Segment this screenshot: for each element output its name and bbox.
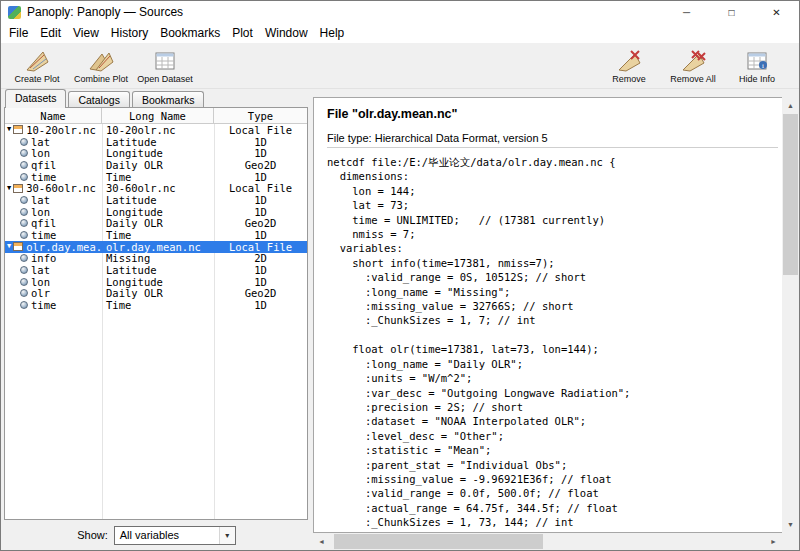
menu-help[interactable]: Help [314, 24, 351, 42]
tree-cell-name: lon [5, 147, 102, 159]
variable-icon [20, 219, 28, 227]
tab-datasets[interactable]: Datasets [5, 89, 66, 108]
tree-row[interactable]: ▼olr.day.mea...olr.day.mean.ncLocal File [5, 241, 307, 253]
info-panel: File "olr.day.mean.nc" File type: Hierar… [313, 97, 782, 533]
horizontal-scrollbar[interactable]: ◄ ► [313, 533, 782, 550]
scroll-down-icon[interactable]: ▼ [782, 516, 799, 533]
variable-icon [20, 266, 28, 274]
remove-button[interactable]: Remove [597, 43, 661, 88]
menu-file[interactable]: File [3, 24, 34, 42]
create-plot-button[interactable]: Create Plot [5, 43, 69, 88]
close-button[interactable]: ✕ [754, 1, 799, 23]
tree-cell-long-name: Longitude [102, 147, 214, 159]
tree-cell-name: time [5, 171, 102, 183]
toolbar-right-group: RemoveRemove AlliHide Info [597, 43, 789, 88]
expand-triangle-icon[interactable]: ▼ [7, 243, 11, 250]
filter-selected-value: All variables [120, 529, 219, 541]
tree-row[interactable]: lonLongitude1D [5, 276, 307, 288]
horizontal-scroll-track[interactable] [330, 533, 765, 550]
tree-cell-name: ▼30-60olr.nc [5, 182, 102, 194]
menu-bar: FileEditViewHistoryBookmarksPlotWindowHe… [1, 23, 799, 43]
window-title: Panoply: Panoply — Sources [27, 5, 183, 19]
vertical-scroll-track[interactable] [782, 114, 799, 516]
tree-name-label: lat [31, 194, 50, 206]
open-dataset-button[interactable]: Open Dataset [133, 43, 197, 88]
tree-name-label: 30-60olr.nc [26, 182, 96, 194]
toolbar-button-label: Combine Plot [74, 74, 128, 84]
toolbar-button-label: Open Dataset [137, 74, 193, 84]
tab-strip: DatasetsCatalogsBookmarks [4, 89, 309, 107]
tree-name-label: time [31, 299, 56, 311]
tree-row[interactable]: latLatitude1D [5, 194, 307, 206]
variable-icon [20, 161, 28, 169]
variable-icon [20, 231, 28, 239]
window-controls: ─ □ ✕ [664, 1, 799, 23]
dataset-icon [13, 184, 23, 193]
combine-plot-icon [88, 48, 114, 74]
vertical-scrollbar[interactable]: ▲ ▼ [782, 97, 799, 533]
tree-row[interactable]: timeTime1D [5, 299, 307, 311]
hide-info-icon: i [745, 48, 769, 74]
tab-catalogs[interactable]: Catalogs [68, 91, 129, 108]
horizontal-scroll-thumb[interactable] [334, 534, 543, 549]
tree-row[interactable]: ▼30-60olr.nc30-60olr.ncLocal File [5, 182, 307, 194]
tree-name-label: olr [31, 287, 50, 299]
tree-row[interactable]: infoMissing2D [5, 253, 307, 265]
tree-row[interactable]: timeTime1D [5, 171, 307, 183]
tree-cell-type: Local File [214, 182, 307, 194]
tree-cell-name: lon [5, 276, 102, 288]
scrollbar-corner [782, 533, 799, 550]
tree-row[interactable]: ▼10-20olr.nc10-20olr.ncLocal File [5, 124, 307, 136]
tree-body[interactable]: ▼10-20olr.nc10-20olr.ncLocal FilelatLati… [5, 124, 307, 519]
tree-row[interactable]: lonLongitude1D [5, 206, 307, 218]
scroll-left-icon[interactable]: ◄ [313, 533, 330, 550]
vertical-scroll-thumb[interactable] [783, 114, 798, 275]
variable-icon [20, 173, 28, 181]
menu-view[interactable]: View [67, 24, 105, 42]
menu-bookmarks[interactable]: Bookmarks [154, 24, 226, 42]
bottom-scroll-row: ◄ ► [313, 533, 799, 550]
tree-cell-name: qfil [5, 159, 102, 171]
hide-info-button[interactable]: iHide Info [725, 43, 789, 88]
expand-triangle-icon[interactable]: ▼ [7, 185, 11, 192]
tree-cell-name: lon [5, 206, 102, 218]
maximize-button[interactable]: □ [709, 1, 754, 23]
variable-icon [20, 196, 28, 204]
variables-filter-select[interactable]: All variables ▾ [114, 526, 236, 545]
tree-row[interactable]: olrDaily OLRGeo2D [5, 288, 307, 300]
combine-plot-button[interactable]: Combine Plot [69, 43, 133, 88]
menu-window[interactable]: Window [259, 24, 314, 42]
tree-cell-type: 1D [214, 171, 307, 183]
tree-row[interactable]: timeTime1D [5, 229, 307, 241]
column-header-type[interactable]: Type [214, 108, 307, 123]
column-header-long-name[interactable]: Long Name [102, 108, 214, 123]
column-header-name[interactable]: Name [5, 108, 102, 123]
variable-icon [20, 254, 28, 262]
tree-cell-type: 1D [214, 194, 307, 206]
toolbar-button-label: Hide Info [739, 74, 775, 84]
tree-name-label: time [31, 171, 56, 183]
sources-pane: DatasetsCatalogsBookmarks NameLong NameT… [1, 89, 309, 550]
remove-all-button[interactable]: Remove All [661, 43, 725, 88]
expand-triangle-icon[interactable]: ▼ [7, 126, 11, 133]
minimize-button[interactable]: ─ [664, 1, 709, 23]
variable-icon [20, 138, 28, 146]
scroll-right-icon[interactable]: ► [765, 533, 782, 550]
tree-cell-long-name: Latitude [102, 136, 214, 148]
tree-row[interactable]: latLatitude1D [5, 136, 307, 148]
tree-name-label: lon [31, 276, 50, 288]
menu-plot[interactable]: Plot [226, 24, 259, 42]
tree-row[interactable]: lonLongitude1D [5, 147, 307, 159]
tree-cell-long-name: Missing [102, 252, 214, 264]
tree-row[interactable]: qfilDaily OLRGeo2D [5, 159, 307, 171]
tree-row[interactable]: latLatitude1D [5, 264, 307, 276]
variable-icon [20, 289, 28, 297]
tab-bookmarks[interactable]: Bookmarks [132, 91, 205, 108]
tree-name-label: qfil [31, 159, 56, 171]
menu-history[interactable]: History [105, 24, 154, 42]
menu-edit[interactable]: Edit [34, 24, 67, 42]
tree-row[interactable]: qfilDaily OLRGeo2D [5, 218, 307, 230]
filter-bar: Show: All variables ▾ [4, 520, 309, 550]
titlebar[interactable]: Panoply: Panoply — Sources ─ □ ✕ [1, 1, 799, 23]
scroll-up-icon[interactable]: ▲ [782, 97, 799, 114]
